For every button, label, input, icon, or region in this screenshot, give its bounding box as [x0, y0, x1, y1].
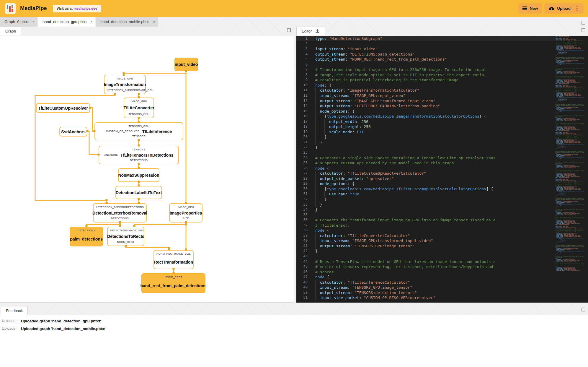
feedback-message: Uploaded graph 'hand_detection_gpu.pbtxt… [21, 319, 101, 323]
graph-node-DetectionLabelIdToText[interactable]: DetectionLabelIdToText [115, 186, 162, 199]
download-icon[interactable] [315, 29, 320, 34]
node-title: RectTransformation [154, 260, 193, 264]
graph-node-RectTransformation[interactable]: NORM_RECTIMAGE_SIZERectTransformation [153, 250, 194, 269]
line-number: 26 [296, 166, 308, 171]
port-row: LETTERBOX_PADDINGIMAGE_GPU [104, 89, 145, 92]
port-label: ANCHORS [104, 153, 118, 157]
code-line: 4output_stream: "DETECTIONS:palm_detecti… [296, 52, 555, 57]
tab-feedback[interactable]: Feedback [1, 306, 28, 315]
line-number: 13 [296, 98, 308, 104]
file-tab-hand_detection_mobile.pbtxt[interactable]: hand_detection_mobile.pbtxt× [96, 17, 158, 27]
code-line: 44# Runs a TensorFlow Lite model on GPU … [296, 259, 555, 264]
port-label: IMAGE_GPU [137, 89, 153, 92]
line-number: 30 [296, 186, 308, 192]
line-number: 24 [296, 155, 308, 161]
mediapipe-dev-link[interactable]: mediapipe.dev [74, 7, 97, 10]
node-title-row: hand_rect_from_palm_detections [142, 279, 205, 293]
line-number: 7 [296, 67, 308, 72]
more-options-icon[interactable]: ⋮ [574, 5, 579, 12]
graph-node-TfLiteInference[interactable]: TENSORS_GPUCUSTOM_OP_RESOLVERTfLiteInfer… [94, 122, 183, 140]
code-line: 19scale_mode: FIT [296, 129, 555, 135]
line-number: 48 [296, 280, 308, 285]
line-number: 9 [296, 77, 308, 83]
graph-nodes-layer: input_videoIMAGE_GPUImageTransformationL… [0, 36, 294, 302]
code-line: 14output_stream: "LETTERBOX_PADDING:lett… [296, 103, 555, 109]
minimap[interactable]: type: "HandDetectionSubgraph"input_strea… [555, 36, 584, 303]
port-row: TENSORS_GPU [124, 113, 153, 116]
graph-node-ImageTransformation[interactable]: IMAGE_GPUImageTransformationLETTERBOX_PA… [104, 75, 146, 94]
file-tabs: Graph_0.pbtxt×hand_detection_gpu.pbtxt×h… [0, 17, 159, 27]
line-number: 5 [296, 57, 308, 62]
line-number: 1 [296, 36, 308, 41]
code-line: 13output_stream: "IMAGE_GPU:transformed_… [296, 98, 555, 104]
graph-node-TfLiteTensorsToDetections[interactable]: TENSORSANCHORSTfLiteTensorsToDetectionsD… [99, 146, 179, 164]
code-line: 9# resulting in potential letterboxing i… [296, 77, 555, 83]
code-line: 25# supports custom ops needed by the mo… [296, 160, 555, 166]
code-line: 38node { [296, 228, 555, 233]
file-tab-hand_detection_gpu.pbtxt[interactable]: hand_detection_gpu.pbtxt× [38, 17, 95, 27]
line-number: 50 [296, 290, 308, 295]
code-line: 20} [296, 134, 555, 140]
code-line: 3input_stream: "input_video" [296, 46, 555, 52]
node-title-row: TfLiteConverter [124, 103, 153, 113]
line-number: 19 [296, 129, 308, 135]
line-number: 22 [296, 145, 308, 150]
node-title: DetectionLetterboxRemoval [92, 211, 147, 215]
cloud-upload-icon [548, 6, 554, 11]
code-line: 1type: "HandDetectionSubgraph" [296, 36, 555, 41]
line-number: 42 [296, 249, 308, 254]
port-label: TENSORS [132, 148, 146, 151]
code-line: 23 [296, 150, 555, 155]
line-number: 6 [296, 62, 308, 67]
line-number: 16 [296, 114, 308, 119]
graph-node-TfLiteConverter[interactable]: IMAGE_GPUTfLiteConverterTENSORS_GPU [124, 98, 154, 118]
graph-node-NonMaxSuppression[interactable]: NonMaxSuppression [118, 168, 159, 182]
port-label: IMAGE_SIZE [174, 252, 191, 256]
line-number: 2 [296, 41, 308, 47]
expand-graph-panel-icon[interactable] [287, 28, 291, 32]
feedback-message: Uploaded graph 'hand_detection_mobile.pb… [21, 327, 106, 331]
line-number: 17 [296, 119, 308, 124]
node-title-row: ANCHORSTfLiteTensorsToDetections [99, 151, 178, 159]
graph-node-hand_rect_from_palm_detections[interactable]: NORM_RECThand_rect_from_palm_detections [141, 273, 205, 293]
port-label: LETTERBOX_PADDING [96, 206, 126, 209]
close-icon[interactable]: × [32, 20, 35, 24]
code-editor[interactable]: 1type: "HandDetectionSubgraph"23input_st… [296, 36, 555, 303]
line-number: 3 [296, 46, 308, 52]
close-icon[interactable]: × [153, 20, 155, 24]
port-label: DETECTIONS [126, 206, 144, 209]
file-tab-Graph_0.pbtxt[interactable]: Graph_0.pbtxt× [0, 17, 37, 27]
tab-editor[interactable]: Editor [296, 27, 325, 35]
graph-canvas[interactable]: input_videoIMAGE_GPUImageTransformationL… [0, 36, 294, 303]
tab-graph[interactable]: Graph [0, 27, 21, 35]
code-line: 37# TfLiteTensor. [296, 223, 555, 228]
app-header: MediaPipe Visit us at mediapipe.dev New … [0, 0, 588, 17]
node-title-row: DetectionLetterboxRemoval [94, 209, 146, 217]
port-label: CUSTOM_OP_RESOLVER [106, 130, 140, 133]
editor-tab-label: Editor [302, 29, 312, 33]
port-row: DETECTIONS [99, 159, 178, 162]
close-icon[interactable]: × [90, 20, 93, 24]
line-number: 45 [296, 264, 308, 269]
graph-node-SsdAnchors[interactable]: SsdAnchors [59, 127, 87, 137]
graph-node-ImageProperties[interactable]: IMAGE_GPUImagePropertiesSIZE [169, 203, 202, 223]
line-number: 34 [296, 207, 308, 212]
editor-scrollbar[interactable] [584, 36, 588, 303]
new-button[interactable]: New [519, 4, 542, 13]
line-number: 46 [296, 269, 308, 275]
graph-node-palm_detections[interactable]: DETECTIONSpalm_detections [70, 227, 103, 246]
expand-tabs-icon[interactable] [582, 21, 585, 25]
graph-node-DetectionsToRects[interactable]: DETECTIONSIMAGE_SIZEDetectionsToRectsNOR… [107, 227, 144, 246]
code-line: 8# image, the scale_mode option is set t… [296, 72, 555, 78]
expand-feedback-panel-icon[interactable] [582, 308, 585, 311]
node-title-row: RectTransformation [154, 256, 193, 269]
feedback-entry: UploaderUploaded graph 'hand_detection_g… [2, 317, 588, 325]
node-title-row: palm_detections [70, 232, 102, 246]
graph-node-DetectionLetterboxRemoval[interactable]: LETTERBOX_PADDINGDETECTIONSDetectionLett… [93, 203, 147, 223]
graph-node-input_video[interactable]: input_video [174, 58, 198, 71]
upload-button[interactable]: Upload ⋮ [545, 4, 583, 13]
node-title: TfLiteInference [142, 129, 172, 134]
graph-node-TfLiteCustomOpResolver[interactable]: TfLiteCustomOpResolver [36, 103, 90, 113]
node-title-row: SsdAnchors [60, 127, 87, 136]
expand-editor-panel-icon[interactable] [582, 28, 585, 32]
